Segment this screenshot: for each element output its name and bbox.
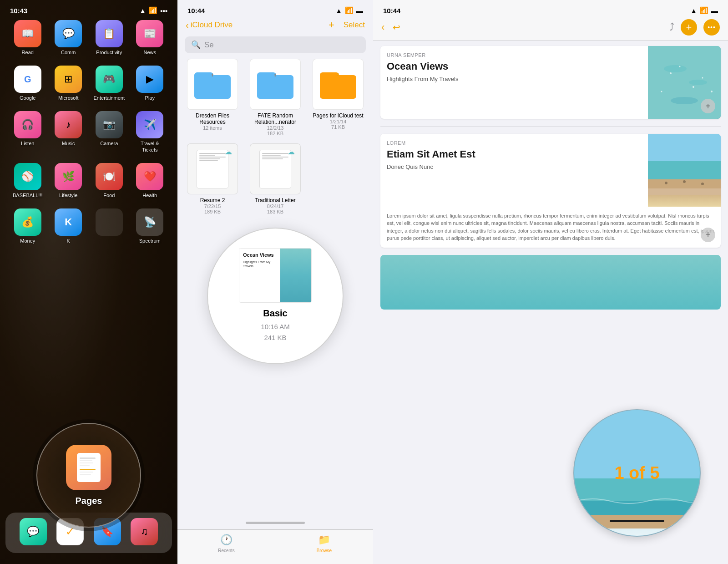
doc-card-ocean-category: Urna Semper (387, 52, 642, 58)
app-camera[interactable]: 📷 Camera (93, 111, 126, 152)
page-count-zoom-circle: 1 of 5 (573, 409, 701, 537)
app-lifestyle-label: Lifestyle (59, 193, 77, 198)
toolbar-back-icon[interactable]: ‹ (381, 21, 384, 33)
app-play[interactable]: ▶ Play (133, 66, 166, 101)
app-microsoft-icon: ⊞ (55, 66, 82, 93)
pages-app-icon-zoomed[interactable] (66, 445, 111, 490)
files-status-icons: ▲ 📶 ▬ (335, 6, 363, 15)
folder-upload-icon: ⬆ (273, 73, 277, 77)
pages-status-bar: 10:44 ▲ 📶 ▬ (373, 0, 728, 16)
svg-point-12 (670, 72, 672, 74)
pages-zoom-circle: Pages (36, 423, 141, 528)
app-entertainment[interactable]: 🎮 Entertainment (93, 66, 126, 101)
svg-point-9 (664, 65, 687, 72)
svg-rect-7 (80, 474, 91, 475)
doc-card-ocean[interactable]: Urna Semper Ocean Views Highlights From … (380, 46, 721, 119)
toolbar-add-button[interactable]: + (681, 19, 697, 36)
svg-rect-21 (648, 188, 721, 195)
letter-line-4 (262, 158, 283, 159)
doc-card-etiam-text: Lorem Etiam Sit Amet Est Donec Quis Nunc (380, 134, 648, 207)
files-nav-back[interactable]: ‹ iCloud Drive (186, 20, 233, 30)
app-travel[interactable]: ✈️ Travel & Tickets (133, 111, 166, 152)
app-google-label: Google (20, 95, 35, 101)
letter-cloud-icon: ☁ (288, 147, 295, 156)
app-productivity-icon: 📋 (96, 20, 123, 47)
app-read[interactable]: 📖 Read (11, 20, 44, 56)
app-k[interactable]: K K (52, 208, 85, 244)
files-time: 10:44 (187, 7, 205, 15)
files-plus-button[interactable]: + (329, 19, 334, 31)
app-music[interactable]: ♪ Music (52, 111, 85, 152)
file-item-pages-test[interactable]: 2 Pages for iCloud test 1/21/14 71 KB (310, 59, 366, 136)
app-lifestyle[interactable]: 🌿 Lifestyle (52, 163, 85, 198)
app-microsoft-label: Microsoft (58, 95, 79, 101)
tab-browse-label: Browse (317, 548, 332, 553)
app-money-icon: 💰 (14, 208, 41, 236)
app-comm[interactable]: 💬 Comm (52, 20, 85, 56)
letter-line-3 (262, 157, 288, 158)
app-k-label: K (67, 238, 70, 244)
toolbar-more-button[interactable]: ••• (703, 19, 720, 36)
letter-line-2 (262, 155, 281, 156)
svg-point-10 (689, 80, 707, 85)
app-microsoft[interactable]: ⊞ Microsoft (52, 66, 85, 101)
doc-card-etiam[interactable]: Lorem Etiam Sit Amet Est Donec Quis Nunc (380, 134, 721, 248)
icloud-drive-panel: 10:44 ▲ 📶 ▬ ‹ iCloud Drive + Select 🔍 Se… (177, 0, 373, 564)
dock-messages[interactable]: 💬 (17, 518, 50, 548)
files-battery-icon: ▬ (356, 7, 363, 15)
file-name-letter: Traditional Letter (255, 197, 296, 203)
file-meta-pages-test-date: 1/21/14 (330, 119, 347, 124)
app-productivity[interactable]: 📋 Productivity (93, 20, 126, 56)
app-listen[interactable]: 🎧 Listen (11, 111, 44, 152)
doc-card-etiam-subtitle: Donec Quis Nunc (387, 163, 642, 171)
file-item-letter[interactable]: ☁ Traditional Letter 8/24/17 183 KB (248, 143, 303, 214)
app-baseball[interactable]: ⚾ BASEBALL!!! (11, 163, 44, 198)
doc-card-etiam-add-btn[interactable]: + (701, 228, 715, 242)
app-money[interactable]: 💰 Money (11, 208, 44, 244)
app-spectrum[interactable]: 📡 Spectrum (133, 208, 166, 244)
dock-music[interactable]: ♫ (128, 518, 161, 548)
app-food[interactable]: 🍽️ Food (93, 163, 126, 198)
svg-rect-1 (80, 457, 96, 459)
file-meta-fate-size: 182 KB (267, 131, 283, 136)
file-meta-dresden: 12 items (203, 125, 222, 131)
app-google[interactable]: G Google (11, 66, 44, 101)
files-search-bar[interactable]: 🔍 Se (185, 36, 366, 53)
app-news-label: News (143, 50, 156, 56)
svg-point-14 (693, 86, 694, 88)
doc-card-ocean-text: Urna Semper Ocean Views Highlights From … (380, 46, 648, 119)
files-select-button[interactable]: Select (344, 20, 365, 30)
resume-line-2 (199, 155, 215, 156)
toolbar-undo-icon[interactable]: ↩ (393, 22, 400, 33)
app-food-label: Food (103, 193, 115, 198)
app-camera-icon: 📷 (96, 111, 123, 138)
file-meta-resume-size: 189 KB (204, 209, 221, 214)
file-item-resume[interactable]: ☁ Resume 2 7/22/15 189 KB (185, 143, 240, 214)
dock-messages-icon: 💬 (20, 518, 47, 545)
app-news[interactable]: 📰 News (133, 20, 166, 56)
svg-point-16 (711, 91, 713, 92)
svg-rect-0 (77, 453, 101, 482)
file-item-dresden[interactable]: ⬆ Dresden Files Resources 12 items (185, 59, 240, 136)
folder-pages-label: 2 (337, 73, 339, 76)
svg-point-15 (702, 77, 703, 79)
app-k-icon: K (55, 208, 82, 236)
tab-recents[interactable]: 🕐 Recents (177, 534, 275, 553)
tab-browse[interactable]: 📁 Browse (275, 534, 373, 553)
pages-document-svg (75, 452, 102, 483)
home-signal-icon: ▲ (139, 7, 146, 15)
files-signal-icon: ▲ (335, 7, 342, 15)
doc-card-ocean-add-btn[interactable]: + (701, 99, 715, 113)
app-health[interactable]: ❤️ Health (133, 163, 166, 198)
toolbar-share-icon[interactable]: ⤴ (669, 21, 674, 33)
app-comm-icon: 💬 (55, 20, 82, 47)
toolbar-right-icons: ⤴ + ••• (669, 19, 720, 36)
file-name-pages-test: Pages for iCloud test (313, 112, 363, 119)
app-row-1: 📖 Read 💬 Comm 📋 Productivity 📰 News (7, 20, 170, 56)
svg-point-24 (701, 183, 704, 185)
toolbar-left-icons: ‹ ↩ (381, 21, 400, 33)
svg-point-11 (671, 97, 698, 104)
files-wifi-icon: 📶 (345, 6, 354, 15)
file-item-fate[interactable]: ⬆ FATE Random Relation...nerator 12/2/13… (248, 59, 303, 136)
app-entertainment-label: Entertainment (94, 95, 125, 101)
